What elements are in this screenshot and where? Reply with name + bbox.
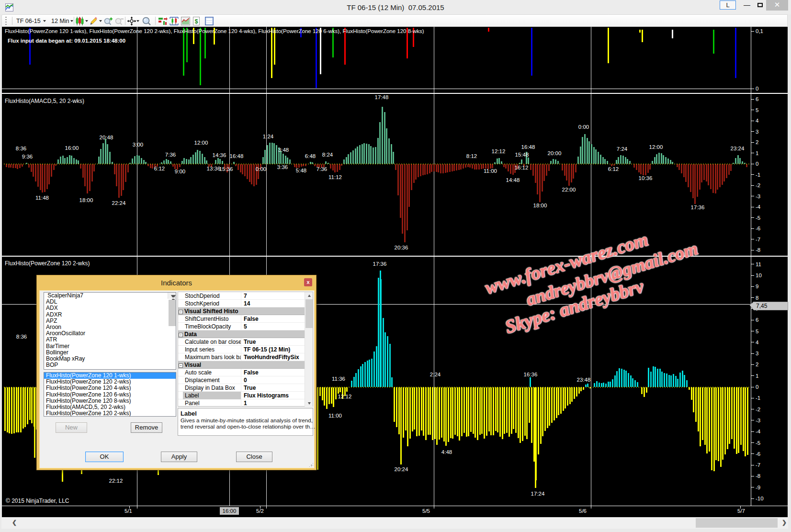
- svg-text:0: 0: [756, 86, 758, 91]
- svg-text:-5: -5: [756, 215, 760, 221]
- svg-text:1: 1: [756, 150, 758, 156]
- svg-text:11:12: 11:12: [328, 174, 342, 180]
- svg-text:-1: -1: [756, 172, 760, 178]
- svg-text:12:12: 12:12: [338, 394, 352, 399]
- svg-text:6: 6: [756, 96, 758, 102]
- svg-text:9:00: 9:00: [175, 169, 185, 174]
- svg-text:14:36: 14:36: [213, 152, 226, 158]
- svg-text:9: 9: [756, 283, 758, 289]
- svg-text:17:24: 17:24: [531, 491, 545, 497]
- svg-text:18:00: 18:00: [79, 197, 93, 203]
- svg-text:5:48: 5:48: [296, 168, 306, 173]
- svg-text:16:48: 16:48: [230, 153, 244, 159]
- svg-text:23:48: 23:48: [577, 377, 591, 383]
- svg-text:-7: -7: [756, 462, 760, 468]
- svg-text:5/7: 5/7: [737, 508, 745, 514]
- svg-text:-7: -7: [756, 237, 760, 242]
- svg-text:7,45: 7,45: [756, 303, 768, 309]
- svg-text:FluxHisto(PowerZone 120 1-wks): FluxHisto(PowerZone 120 1-wks), FluxHist…: [5, 28, 424, 34]
- svg-text:FluxHisto(AMACD,5, 20 2-wks): FluxHisto(AMACD,5, 20 2-wks): [5, 98, 84, 104]
- svg-text:16:00: 16:00: [223, 508, 237, 514]
- svg-text:0: 0: [756, 161, 758, 167]
- svg-text:17:48: 17:48: [375, 94, 389, 100]
- svg-text:10: 10: [756, 272, 762, 278]
- svg-text:6:12: 6:12: [608, 166, 619, 172]
- svg-text:11:48: 11:48: [35, 195, 49, 201]
- svg-text:3:00: 3:00: [133, 142, 143, 147]
- svg-text:0:00: 0:00: [256, 166, 266, 172]
- svg-text:6: 6: [756, 317, 758, 323]
- svg-text:3:36: 3:36: [277, 164, 288, 170]
- svg-text:0,1: 0,1: [756, 28, 763, 34]
- svg-text:7:36: 7:36: [316, 166, 327, 172]
- svg-text:8: 8: [756, 295, 758, 301]
- svg-text:10:36: 10:36: [639, 175, 653, 181]
- svg-text:11: 11: [756, 261, 761, 267]
- svg-text:4: 4: [756, 340, 759, 345]
- svg-text:13:36: 13:36: [207, 166, 221, 171]
- svg-text:11:36: 11:36: [332, 376, 345, 382]
- svg-text:-8: -8: [756, 247, 760, 253]
- svg-text:20:00: 20:00: [548, 150, 562, 156]
- svg-text:11:00: 11:00: [484, 168, 497, 174]
- svg-text:5/6: 5/6: [579, 508, 587, 514]
- svg-text:FluxHisto(PowerZone 120 2-wks): FluxHisto(PowerZone 120 2-wks): [5, 260, 90, 267]
- svg-text:17:36: 17:36: [691, 204, 705, 210]
- svg-text:-9: -9: [756, 485, 760, 490]
- svg-text:22:12: 22:12: [109, 478, 123, 484]
- svg-text:5/5: 5/5: [422, 508, 430, 514]
- svg-text:-1: -1: [756, 395, 760, 401]
- svg-text:-2: -2: [756, 182, 760, 188]
- svg-text:5: 5: [756, 328, 758, 334]
- svg-text:3: 3: [756, 351, 758, 356]
- svg-text:15:48: 15:48: [515, 152, 529, 158]
- svg-text:8:24: 8:24: [322, 152, 333, 158]
- svg-text:-3: -3: [756, 418, 760, 423]
- svg-text:12:00: 12:00: [194, 140, 208, 146]
- svg-text:-8: -8: [756, 473, 760, 479]
- svg-text:2: 2: [756, 139, 758, 145]
- svg-text:8:12: 8:12: [466, 153, 477, 159]
- svg-text:5/2: 5/2: [256, 508, 264, 514]
- svg-text:14:48: 14:48: [506, 177, 520, 183]
- svg-text:16:48: 16:48: [521, 144, 535, 150]
- svg-text:20:36: 20:36: [395, 245, 408, 250]
- svg-text:8:36: 8:36: [16, 146, 26, 151]
- svg-text:-6: -6: [756, 226, 760, 231]
- svg-text:22:24: 22:24: [112, 200, 126, 206]
- svg-text:© 2015 NinjaTrader, LLC: © 2015 NinjaTrader, LLC: [6, 498, 69, 504]
- svg-text:7:36: 7:36: [165, 152, 176, 158]
- svg-text:3: 3: [756, 129, 758, 135]
- svg-text:Flux input data began at: 09.0: Flux input data began at: 09.01.2015 18:…: [8, 38, 125, 44]
- svg-text:23:24: 23:24: [731, 146, 745, 151]
- svg-text:15:36: 15:36: [219, 166, 233, 172]
- svg-text:1: 1: [756, 373, 758, 379]
- svg-text:-4: -4: [756, 429, 761, 434]
- svg-text:4:48: 4:48: [441, 449, 452, 455]
- svg-text:-10: -10: [756, 496, 764, 501]
- svg-text:9:36: 9:36: [22, 154, 33, 159]
- svg-text:22:00: 22:00: [562, 187, 576, 192]
- svg-text:-3: -3: [756, 193, 760, 199]
- svg-text:4: 4: [756, 118, 759, 124]
- svg-text:-4: -4: [756, 204, 761, 210]
- svg-text:5/1: 5/1: [124, 508, 132, 514]
- svg-text:-2: -2: [756, 407, 760, 412]
- svg-text:0:00: 0:00: [578, 124, 589, 130]
- svg-text:2:24: 2:24: [430, 372, 441, 377]
- svg-text:12:00: 12:00: [649, 144, 663, 150]
- svg-text:16:36: 16:36: [524, 372, 538, 377]
- svg-text:-6: -6: [756, 451, 760, 457]
- svg-text:8:36: 8:36: [16, 334, 27, 340]
- svg-text:6:12: 6:12: [154, 166, 165, 171]
- svg-text:2: 2: [756, 362, 758, 367]
- svg-text:20:24: 20:24: [395, 466, 408, 472]
- svg-text:16:00: 16:00: [65, 145, 79, 151]
- svg-text:16:12: 16:12: [515, 165, 529, 170]
- svg-text:3:48: 3:48: [278, 147, 289, 153]
- svg-text:1:24: 1:24: [263, 134, 274, 139]
- svg-text:5: 5: [756, 107, 758, 113]
- svg-text:17:36: 17:36: [373, 261, 387, 267]
- svg-text:20:48: 20:48: [100, 135, 113, 140]
- svg-text:18:00: 18:00: [533, 203, 547, 208]
